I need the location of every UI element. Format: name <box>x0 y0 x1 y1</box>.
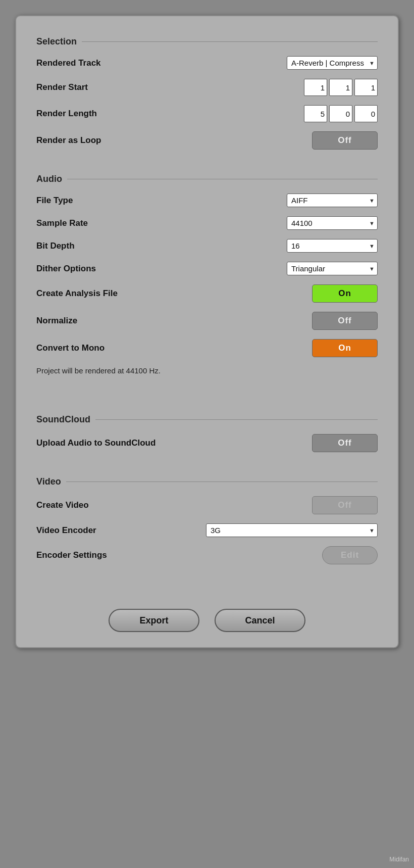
rendered-track-label: Rendered Track <box>36 58 101 68</box>
file-type-dropdown[interactable]: AIFF <box>287 194 378 207</box>
spacer-1 <box>36 159 378 169</box>
render-start-label: Render Start <box>36 82 88 92</box>
render-start-control <box>304 79 378 96</box>
render-as-loop-label: Render as Loop <box>36 135 101 146</box>
create-video-control: Off <box>312 496 378 514</box>
upload-soundcloud-toggle[interactable]: Off <box>312 434 378 452</box>
rendered-track-control: A-Reverb | Compress <box>287 56 378 70</box>
file-type-label: File Type <box>36 196 73 206</box>
normalize-label: Normalize <box>36 316 77 326</box>
audio-divider <box>67 179 378 179</box>
convert-mono-label: Convert to Mono <box>36 343 105 353</box>
create-video-toggle[interactable]: Off <box>312 496 378 514</box>
encoder-settings-row: Encoder Settings Edit <box>36 546 378 564</box>
render-start-input-2[interactable] <box>329 79 352 96</box>
spacer-3 <box>36 399 378 409</box>
dither-options-row: Dither Options Triangular <box>36 262 378 275</box>
audio-section-header: Audio <box>36 174 378 184</box>
render-length-label: Render Length <box>36 109 97 119</box>
spacer-2 <box>36 389 378 399</box>
bottom-bar: Export Cancel <box>36 609 378 632</box>
rendered-track-dropdown-wrap: A-Reverb | Compress <box>287 56 378 70</box>
video-encoder-dropdown-wrap: 3G <box>206 523 378 537</box>
create-analysis-row: Create Analysis File On <box>36 284 378 303</box>
convert-mono-control: On <box>312 339 378 357</box>
normalize-toggle[interactable]: Off <box>312 312 378 330</box>
sample-rate-label: Sample Rate <box>36 218 88 228</box>
render-length-control <box>304 105 378 122</box>
create-analysis-label: Create Analysis File <box>36 288 118 299</box>
selection-label: Selection <box>36 36 82 47</box>
sample-rate-dropdown[interactable]: 44100 <box>287 216 378 230</box>
file-type-row: File Type AIFF <box>36 194 378 207</box>
spacer-5 <box>36 573 378 584</box>
render-as-loop-control: Off <box>312 131 378 150</box>
encoder-settings-label: Encoder Settings <box>36 550 107 560</box>
watermark: Midifan <box>389 856 409 863</box>
bit-depth-dropdown[interactable]: 16 <box>287 239 378 253</box>
selection-divider <box>82 41 378 42</box>
dither-options-dropdown-wrap: Triangular <box>287 262 378 275</box>
upload-soundcloud-row: Upload Audio to SoundCloud Off <box>36 434 378 452</box>
bit-depth-control: 16 <box>287 239 378 253</box>
sample-rate-dropdown-wrap: 44100 <box>287 216 378 230</box>
soundcloud-divider <box>95 419 378 420</box>
render-length-row: Render Length <box>36 105 378 122</box>
create-analysis-control: On <box>312 284 378 303</box>
create-video-row: Create Video Off <box>36 496 378 514</box>
video-encoder-row: Video Encoder 3G <box>36 523 378 537</box>
video-section-header: Video <box>36 476 378 487</box>
render-length-input-1[interactable] <box>304 105 327 122</box>
dither-options-label: Dither Options <box>36 264 96 274</box>
file-type-dropdown-wrap: AIFF <box>287 194 378 207</box>
video-label: Video <box>36 476 66 487</box>
cancel-button[interactable]: Cancel <box>215 609 305 632</box>
rendered-track-row: Rendered Track A-Reverb | Compress <box>36 56 378 70</box>
video-encoder-control: 3G <box>206 523 378 537</box>
file-type-control: AIFF <box>287 194 378 207</box>
spacer-6 <box>36 584 378 594</box>
bit-depth-row: Bit Depth 16 <box>36 239 378 253</box>
upload-soundcloud-label: Upload Audio to SoundCloud <box>36 438 156 448</box>
render-start-input-3[interactable] <box>354 79 378 96</box>
sample-rate-control: 44100 <box>287 216 378 230</box>
normalize-row: Normalize Off <box>36 312 378 330</box>
create-video-label: Create Video <box>36 500 89 510</box>
rendered-track-dropdown[interactable]: A-Reverb | Compress <box>287 56 378 70</box>
info-text: Project will be rendered at 44100 Hz. <box>36 366 161 375</box>
render-as-loop-row: Render as Loop Off <box>36 131 378 150</box>
encoder-settings-control: Edit <box>322 546 378 564</box>
video-encoder-dropdown[interactable]: 3G <box>206 523 378 537</box>
render-start-row: Render Start <box>36 79 378 96</box>
upload-soundcloud-control: Off <box>312 434 378 452</box>
export-dialog: Selection Rendered Track A-Reverb | Comp… <box>15 15 399 648</box>
spacer-4 <box>36 461 378 471</box>
export-button[interactable]: Export <box>109 609 199 632</box>
render-length-input-3[interactable] <box>354 105 378 122</box>
info-row: Project will be rendered at 44100 Hz. <box>36 366 378 380</box>
convert-mono-toggle[interactable]: On <box>312 339 378 357</box>
selection-section-header: Selection <box>36 36 378 47</box>
normalize-control: Off <box>312 312 378 330</box>
render-length-input-2[interactable] <box>329 105 352 122</box>
render-as-loop-toggle[interactable]: Off <box>312 131 378 150</box>
dither-options-dropdown[interactable]: Triangular <box>287 262 378 275</box>
sample-rate-row: Sample Rate 44100 <box>36 216 378 230</box>
soundcloud-label: SoundCloud <box>36 414 95 425</box>
video-encoder-label: Video Encoder <box>36 525 96 536</box>
bit-depth-dropdown-wrap: 16 <box>287 239 378 253</box>
soundcloud-section-header: SoundCloud <box>36 414 378 425</box>
dither-options-control: Triangular <box>287 262 378 275</box>
convert-mono-row: Convert to Mono On <box>36 339 378 357</box>
bit-depth-label: Bit Depth <box>36 241 75 251</box>
audio-label: Audio <box>36 174 67 184</box>
video-divider <box>66 481 378 482</box>
encoder-settings-button[interactable]: Edit <box>322 546 378 564</box>
create-analysis-toggle[interactable]: On <box>312 284 378 303</box>
render-start-input-1[interactable] <box>304 79 327 96</box>
